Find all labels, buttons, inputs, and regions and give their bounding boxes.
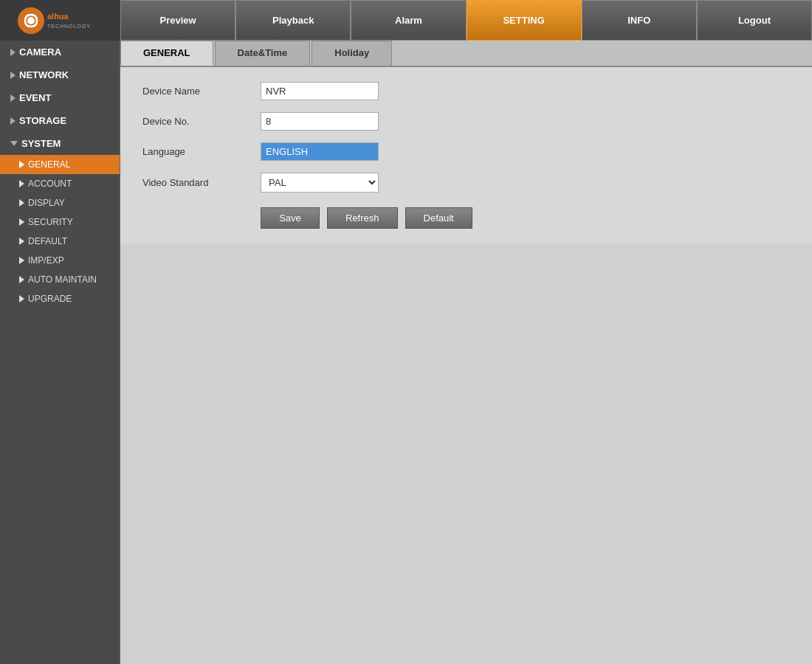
sidebar-group-event[interactable]: EVENT: [0, 86, 120, 109]
logo: alhua TECHNOLOGY: [0, 0, 120, 41]
sidebar-item-impexp-label: IMP/EXP: [28, 255, 64, 266]
sidebar-item-impexp[interactable]: IMP/EXP: [0, 251, 120, 270]
language-label: Language: [142, 146, 261, 157]
sidebar-item-upgrade[interactable]: UPGRADE: [0, 289, 120, 308]
arrow-icon: [19, 161, 24, 168]
arrow-icon: [19, 238, 24, 245]
sidebar-group-camera[interactable]: CAMERA: [0, 41, 120, 63]
nav-info[interactable]: INFO: [582, 0, 697, 41]
sidebar-item-security[interactable]: SECURITY: [0, 212, 120, 232]
nav-setting[interactable]: SETTING: [467, 0, 582, 41]
video-standard-label: Video Standard: [142, 177, 261, 188]
arrow-icon: [19, 180, 24, 187]
settings-form: Device Name Device No. Language Video St…: [120, 67, 812, 243]
device-no-label: Device No.: [142, 116, 261, 127]
nav-preview[interactable]: Preview: [120, 0, 235, 41]
svg-text:alhua: alhua: [47, 12, 69, 21]
arrow-icon: [10, 49, 16, 56]
arrow-icon: [19, 276, 24, 283]
arrow-icon: [10, 117, 16, 125]
device-name-input[interactable]: [261, 82, 379, 100]
nav-logout[interactable]: Logout: [697, 0, 812, 41]
sidebar-item-default[interactable]: DEFAULT: [0, 232, 120, 251]
device-no-row: Device No.: [142, 112, 790, 131]
sidebar-item-display[interactable]: DISPLAY: [0, 193, 120, 212]
save-button[interactable]: Save: [261, 207, 320, 229]
tab-bar: GENERAL Date&Time Holiday: [120, 41, 812, 67]
sidebar-item-general[interactable]: GENERAL: [0, 155, 120, 174]
arrow-icon: [19, 199, 24, 207]
device-name-label: Device Name: [142, 86, 261, 97]
language-row: Language: [142, 142, 790, 161]
sidebar-item-auto-maintain-label: AUTO MAINTAIN: [28, 274, 97, 285]
sidebar-item-account[interactable]: ACCOUNT: [0, 174, 120, 193]
arrow-icon: [19, 218, 24, 226]
sidebar-group-storage[interactable]: STORAGE: [0, 109, 120, 132]
arrow-icon: [19, 295, 24, 302]
sidebar-group-camera-label: CAMERA: [19, 46, 61, 58]
tab-general[interactable]: GENERAL: [120, 41, 213, 66]
nav-playback[interactable]: Playback: [235, 0, 351, 41]
tab-datetime[interactable]: Date&Time: [215, 41, 311, 66]
sidebar: CAMERA NETWORK EVENT STORAGE SYSTEM GENE…: [0, 41, 120, 664]
sidebar-item-upgrade-label: UPGRADE: [28, 294, 72, 304]
arrow-icon: [10, 94, 16, 102]
arrow-icon: [10, 72, 16, 79]
device-name-row: Device Name: [142, 82, 790, 100]
video-standard-row: Video Standard PAL NTSC: [142, 173, 790, 193]
sidebar-item-default-label: DEFAULT: [28, 236, 67, 246]
arrow-down-icon: [10, 141, 18, 146]
refresh-button[interactable]: Refresh: [327, 207, 398, 229]
content-area: GENERAL Date&Time Holiday Device Name De…: [120, 41, 812, 664]
sidebar-group-network-label: NETWORK: [19, 69, 69, 80]
tab-holiday[interactable]: Holiday: [312, 41, 392, 66]
arrow-icon: [19, 257, 24, 264]
sidebar-group-event-label: EVENT: [19, 92, 51, 103]
sidebar-item-display-label: DISPLAY: [28, 198, 65, 208]
device-no-input[interactable]: [261, 112, 379, 131]
sidebar-group-network[interactable]: NETWORK: [0, 63, 120, 86]
sidebar-item-security-label: SECURITY: [28, 217, 73, 227]
default-button[interactable]: Default: [405, 207, 472, 229]
nav-bar: Preview Playback Alarm SETTING INFO Logo…: [120, 0, 812, 41]
nav-alarm[interactable]: Alarm: [351, 0, 466, 41]
sidebar-group-system-label: SYSTEM: [21, 138, 61, 149]
video-standard-select[interactable]: PAL NTSC: [261, 173, 379, 193]
sidebar-item-general-label: GENERAL: [28, 159, 70, 170]
sidebar-item-auto-maintain[interactable]: AUTO MAINTAIN: [0, 270, 120, 289]
svg-point-1: [27, 17, 35, 24]
button-row: Save Refresh Default: [261, 207, 790, 229]
sidebar-group-system[interactable]: SYSTEM: [0, 132, 120, 155]
svg-text:TECHNOLOGY: TECHNOLOGY: [47, 24, 91, 29]
sidebar-group-storage-label: STORAGE: [19, 115, 66, 126]
sidebar-item-account-label: ACCOUNT: [28, 179, 72, 189]
language-input[interactable]: [261, 142, 379, 161]
